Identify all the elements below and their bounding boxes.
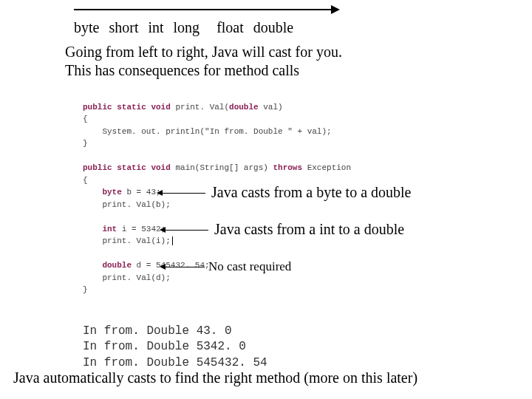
annot-arrow-1-head: [157, 190, 163, 196]
annot-arrow-1-line: [161, 193, 205, 194]
annotation-no-cast: No cast required: [208, 259, 291, 274]
code-l1d: val): [259, 103, 283, 112]
widening-arrow-line: [74, 9, 332, 10]
type-long: long: [174, 19, 200, 35]
explanation-text: Going from left to right, Java will cast…: [65, 43, 342, 80]
code-l10: print. Val(i);: [83, 236, 171, 245]
type-hierarchy-row: byte short int long float double: [74, 19, 299, 36]
code-l12: print. Val(d);: [83, 273, 171, 282]
annotation-int-to-double: Java casts from a int to a double: [214, 221, 404, 238]
type-byte: byte: [74, 19, 99, 35]
code-l5d: Exception: [302, 163, 351, 172]
kw-main-sig: public static void: [83, 163, 171, 172]
annot-arrow-3-head: [160, 264, 166, 270]
code-l4: }: [83, 139, 88, 148]
kw-public-static-void: public static void: [83, 103, 171, 112]
code-l3: System. out. println("In from. Double " …: [83, 127, 332, 136]
widening-arrow-head: [331, 5, 340, 14]
explain-line-1: Going from left to right, Java will cast…: [65, 43, 342, 61]
program-output: In from. Double 43. 0 In from. Double 53…: [83, 307, 267, 371]
code-l5b: main(String[] args): [171, 163, 273, 172]
type-short: short: [109, 19, 138, 35]
explain-line-2: This has consequences for method calls: [65, 61, 342, 80]
kw-int: int: [83, 225, 117, 233]
code-l11b: d = 545432. 54;: [132, 261, 210, 270]
code-l8: print. Val(b);: [83, 200, 171, 209]
kw-byte: byte: [83, 188, 122, 197]
annot-arrow-3-line: [164, 267, 205, 267]
code-l9b: i = 5342;: [117, 225, 166, 233]
code-l6: {: [83, 176, 88, 185]
text-cursor: [172, 236, 173, 245]
annot-arrow-2-line: [164, 230, 208, 231]
type-int: int: [148, 19, 163, 35]
kw-double-2: double: [83, 261, 132, 270]
code-l13: }: [83, 285, 88, 294]
kw-throws: throws: [273, 163, 302, 172]
summary-text: Java automatically casts to find the rig…: [13, 369, 417, 386]
output-line-2: In from. Double 5342. 0: [83, 340, 246, 353]
code-l1b: print. Val(: [171, 103, 229, 112]
output-line-1: In from. Double 43. 0: [83, 324, 232, 338]
annot-arrow-2-head: [160, 227, 166, 233]
type-double: double: [253, 19, 293, 35]
code-l2: {: [83, 115, 88, 123]
code-l7b: b = 43;: [122, 188, 161, 197]
type-float: float: [216, 19, 244, 35]
output-line-3: In from. Double 545432. 54: [83, 356, 267, 369]
kw-double: double: [229, 103, 259, 112]
annotation-byte-to-double: Java casts from a byte to a double: [211, 184, 411, 201]
